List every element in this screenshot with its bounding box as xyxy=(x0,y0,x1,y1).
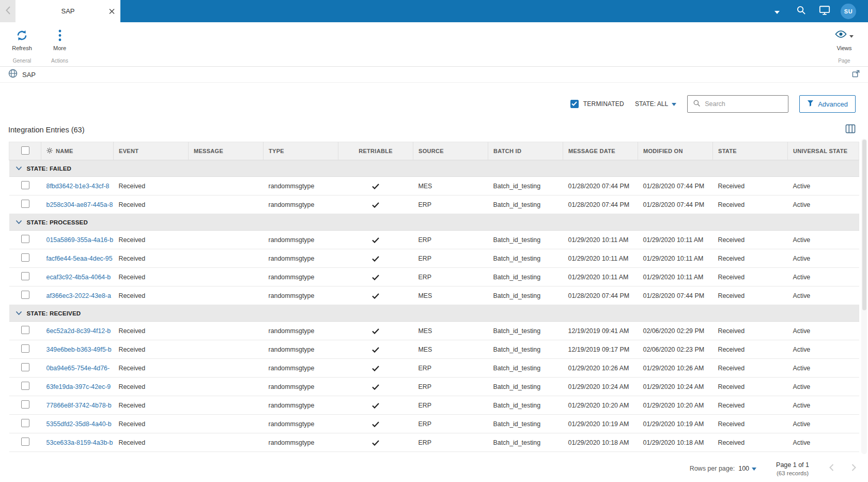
device-view-button[interactable] xyxy=(813,0,836,22)
select-all-cell xyxy=(9,142,41,160)
next-page-button[interactable] xyxy=(851,463,857,474)
entry-name-link[interactable]: 53ce633a-8159-4a3b-b xyxy=(47,439,113,446)
terminated-checkbox[interactable] xyxy=(570,100,579,108)
table-row: 8fbd3642-b1e3-43cf-8Receivedrandommsgtyp… xyxy=(9,177,859,195)
column-header-event[interactable]: EVENT xyxy=(114,142,189,160)
column-header-message[interactable]: MESSAGE xyxy=(189,142,264,160)
row-checkbox[interactable] xyxy=(21,363,29,371)
cell-type: randommsgtype xyxy=(264,359,338,378)
row-checkbox[interactable] xyxy=(21,200,29,208)
row-checkbox[interactable] xyxy=(21,344,29,353)
group-header-cell[interactable]: STATE: RECEIVED xyxy=(9,305,859,322)
close-icon[interactable] xyxy=(109,8,115,14)
cell-state: Received xyxy=(713,340,788,359)
row-checkbox[interactable] xyxy=(21,438,29,446)
rows-per-page-value[interactable]: 100 xyxy=(738,465,749,472)
row-select-cell xyxy=(9,378,41,396)
chevron-down-icon[interactable] xyxy=(16,219,22,225)
cell-modified_on: 01/29/2020 10:24 AM xyxy=(638,378,713,396)
cell-state: Received xyxy=(713,359,788,378)
row-checkbox[interactable] xyxy=(21,326,29,334)
chevron-down-icon[interactable] xyxy=(16,165,22,172)
entry-name-link[interactable]: 0ba94e65-754e-4d76- xyxy=(47,365,110,372)
row-checkbox[interactable] xyxy=(21,382,29,390)
row-checkbox[interactable] xyxy=(21,181,29,189)
row-select-cell xyxy=(9,177,41,195)
vertical-scrollbar[interactable] xyxy=(861,139,867,454)
retriable-check-icon xyxy=(372,236,379,244)
rows-per-page[interactable]: Rows per page: 100 xyxy=(690,465,756,472)
entry-name-link[interactable]: 63fe19da-397c-42ec-9 xyxy=(47,383,111,390)
group-header-cell[interactable]: STATE: PROCESSED xyxy=(9,214,859,231)
terminated-filter[interactable]: TERMINATED xyxy=(570,100,624,108)
column-header-source[interactable]: SOURCE xyxy=(413,142,488,160)
cell-batch_id: Batch_id_testing xyxy=(488,340,563,359)
cell-retriable xyxy=(338,268,413,287)
retriable-check-icon xyxy=(372,183,379,190)
scrollbar-thumb[interactable] xyxy=(862,140,866,310)
column-header-batch-id[interactable]: BATCH ID xyxy=(488,142,563,160)
cell-state: Received xyxy=(713,287,788,305)
cell-message xyxy=(189,177,264,195)
filter-bar: TERMINATED STATE: ALL Advanced xyxy=(0,83,868,113)
ribbon-toolbar: Refresh General More Actions xyxy=(0,22,868,67)
row-checkbox[interactable] xyxy=(21,253,29,262)
entry-name-link[interactable]: ecaf3c92-4b5a-4064-b xyxy=(47,274,111,281)
cell-modified_on: 01/29/2020 10:20 AM xyxy=(638,396,713,415)
cell-batch_id: Batch_id_testing xyxy=(488,249,563,268)
retriable-check-icon xyxy=(372,383,379,390)
entry-name-link[interactable]: 77866e8f-3742-4b78-b xyxy=(47,402,112,409)
column-header-retriable[interactable]: RETRIABLE xyxy=(338,142,413,160)
dropdown-menu-button[interactable] xyxy=(765,0,789,22)
entry-name-link[interactable]: 5355dfd2-35d8-4a40-b xyxy=(47,420,112,428)
previous-page-button[interactable] xyxy=(829,463,834,474)
gear-icon[interactable] xyxy=(47,147,53,155)
select-all-checkbox[interactable] xyxy=(21,146,29,155)
column-header-state[interactable]: STATE xyxy=(713,142,788,160)
cell-source: ERP xyxy=(413,396,488,415)
group-header-cell[interactable]: STATE: FAILED xyxy=(9,160,859,177)
row-checkbox[interactable] xyxy=(21,235,29,243)
cell-event: Received xyxy=(114,322,189,340)
cell-message xyxy=(189,268,264,287)
entry-name-link[interactable]: b258c304-ae87-445a-8 xyxy=(47,201,113,208)
user-menu[interactable]: SU xyxy=(836,0,860,22)
cell-message xyxy=(189,231,264,249)
column-header-name[interactable]: NAME xyxy=(41,142,114,160)
cell-batch_id: Batch_id_testing xyxy=(488,322,563,340)
columns-icon xyxy=(845,124,856,135)
table-row: 0ba94e65-754e-4d76-Receivedrandommsgtype… xyxy=(9,359,859,378)
row-checkbox[interactable] xyxy=(21,272,29,280)
table-row: ecaf3c92-4b5a-4064-bReceivedrandommsgtyp… xyxy=(9,268,859,287)
entry-name-link[interactable]: facf6e44-5eaa-4dec-95 xyxy=(47,255,113,262)
entry-name-link[interactable]: 6ec52a2d-8c39-4f12-b xyxy=(47,327,111,335)
popout-button[interactable] xyxy=(852,70,860,80)
back-button[interactable] xyxy=(0,0,16,22)
search-input[interactable] xyxy=(705,100,783,108)
cell-event: Received xyxy=(114,287,189,305)
column-header-message-date[interactable]: MESSAGE DATE xyxy=(563,142,638,160)
column-header-type[interactable]: TYPE xyxy=(264,142,338,160)
cell-modified_on: 01/29/2020 10:11 AM xyxy=(638,231,713,249)
entry-name-link[interactable]: af366ec3-2022-43e8-a xyxy=(47,292,111,299)
advanced-button[interactable]: Advanced xyxy=(799,95,856,113)
column-header-modified-on[interactable]: MODIFIED ON xyxy=(638,142,713,160)
tab-strip: SAP xyxy=(0,0,120,22)
entry-name-link[interactable]: 015a5869-355a-4a16-b xyxy=(47,236,114,244)
cell-batch_id: Batch_id_testing xyxy=(488,378,563,396)
column-settings-button[interactable] xyxy=(845,124,856,135)
column-header-universal-state[interactable]: UNIVERSAL STATE xyxy=(788,142,859,160)
cell-message xyxy=(189,322,264,340)
row-checkbox[interactable] xyxy=(21,400,29,409)
state-filter-dropdown[interactable]: STATE: ALL xyxy=(635,100,676,108)
chevron-down-icon[interactable] xyxy=(16,310,22,317)
cell-name: 77866e8f-3742-4b78-b xyxy=(41,396,114,415)
tab-sap[interactable]: SAP xyxy=(16,0,120,22)
entry-name-link[interactable]: 8fbd3642-b1e3-43cf-8 xyxy=(47,183,110,190)
entry-name-link[interactable]: 349e6beb-b363-49f5-b xyxy=(47,346,112,353)
cell-name: 53ce633a-8159-4a3b-b xyxy=(41,433,114,452)
row-checkbox[interactable] xyxy=(21,291,29,299)
cell-type: randommsgtype xyxy=(264,287,338,305)
search-button[interactable] xyxy=(789,0,813,22)
row-checkbox[interactable] xyxy=(21,419,29,427)
